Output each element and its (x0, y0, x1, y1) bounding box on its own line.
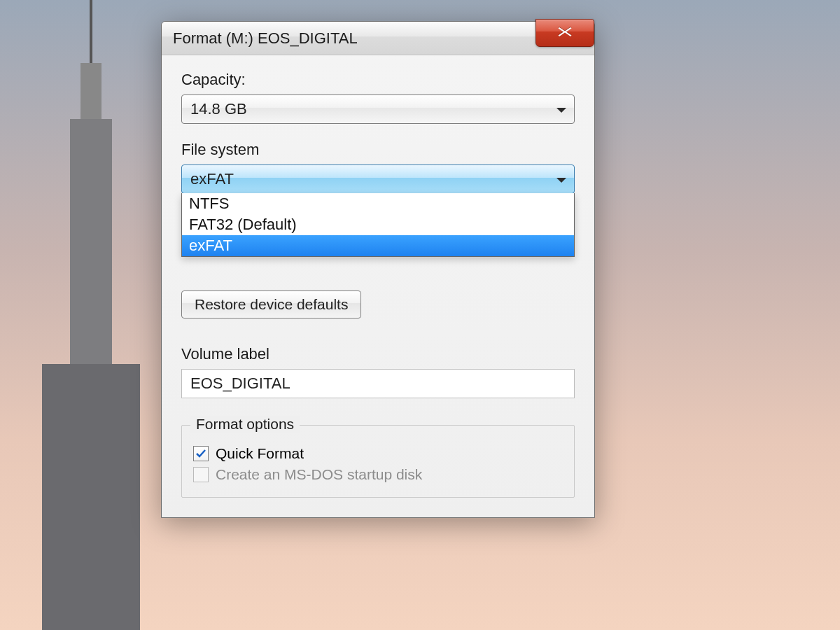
msdos-startup-row: Create an MS-DOS startup disk (193, 466, 563, 483)
chevron-down-icon (556, 170, 567, 188)
dialog-body: Capacity: 14.8 GB File system exFAT NTFS… (162, 55, 594, 517)
quick-format-label: Quick Format (216, 445, 304, 462)
filesystem-option-exfat[interactable]: exFAT (182, 235, 574, 256)
capacity-select[interactable]: 14.8 GB (181, 94, 575, 124)
format-dialog: Format (M:) EOS_DIGITAL Capacity: 14.8 G… (161, 21, 595, 518)
msdos-startup-label: Create an MS-DOS startup disk (216, 466, 422, 483)
format-options-group: Format options Quick Format Create an MS… (181, 425, 575, 498)
chevron-down-icon (556, 100, 567, 118)
filesystem-label: File system (181, 141, 575, 159)
wallpaper-building (42, 0, 140, 630)
restore-defaults-button[interactable]: Restore device defaults (181, 290, 361, 318)
window-title: Format (M:) EOS_DIGITAL (173, 29, 358, 48)
close-button[interactable] (536, 19, 594, 47)
volume-label-input[interactable] (181, 369, 575, 398)
filesystem-option-ntfs[interactable]: NTFS (182, 193, 574, 214)
close-icon (556, 25, 574, 41)
capacity-label: Capacity: (181, 71, 575, 89)
msdos-startup-checkbox (193, 467, 209, 482)
filesystem-select[interactable]: exFAT (181, 164, 575, 194)
capacity-value: 14.8 GB (190, 100, 247, 118)
quick-format-checkbox[interactable] (193, 446, 209, 461)
filesystem-value: exFAT (190, 170, 234, 188)
format-options-legend: Format options (190, 416, 300, 433)
filesystem-option-fat32[interactable]: FAT32 (Default) (182, 214, 574, 235)
filesystem-dropdown: NTFS FAT32 (Default) exFAT (181, 193, 575, 257)
desktop-wallpaper: Format (M:) EOS_DIGITAL Capacity: 14.8 G… (0, 0, 840, 630)
titlebar[interactable]: Format (M:) EOS_DIGITAL (162, 22, 594, 55)
volume-label-caption: Volume label (181, 345, 575, 363)
quick-format-row[interactable]: Quick Format (193, 445, 563, 462)
